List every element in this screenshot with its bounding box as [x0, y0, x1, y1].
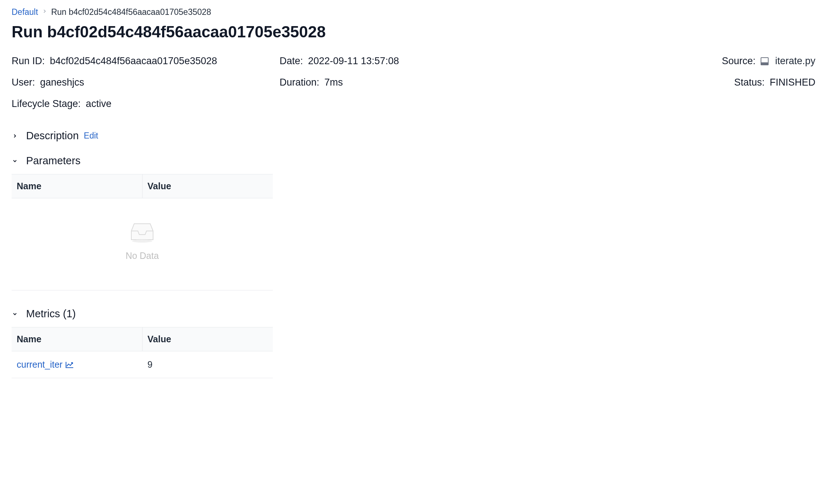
duration-label: Duration: [280, 77, 320, 88]
run-id-value: b4cf02d54c484f56aacaa01705e35028 [50, 55, 217, 67]
parameters-no-data: No Data [12, 198, 273, 290]
metric-name-link[interactable]: current_iter [17, 359, 74, 370]
chart-line-icon [65, 361, 74, 368]
user-value: ganeshjcs [40, 77, 85, 88]
source-label: Source: [722, 55, 756, 67]
date-value: 2022-09-11 13:57:08 [308, 55, 399, 67]
source-field: Source: iterate.py [547, 55, 815, 67]
table-row: current_iter 9 [12, 351, 273, 378]
run-id-field: Run ID: b4cf02d54c484f56aacaa01705e35028 [12, 55, 280, 67]
metrics-section: Metrics (1) Name Value current_iter [12, 308, 815, 378]
laptop-icon [761, 57, 769, 65]
parameters-col-name: Name [12, 174, 142, 198]
chevron-right-icon [42, 8, 48, 16]
run-info-grid: Run ID: b4cf02d54c484f56aacaa01705e35028… [12, 55, 815, 110]
lifecycle-field: Lifecycle Stage: active [12, 98, 280, 110]
user-label: User: [12, 77, 35, 88]
description-title: Description [26, 130, 79, 142]
status-field: Status: FINISHED [547, 77, 815, 88]
lifecycle-label: Lifecycle Stage: [12, 98, 81, 110]
description-edit-link[interactable]: Edit [84, 131, 98, 141]
parameters-table: Name Value [12, 174, 273, 198]
duration-value: 7ms [324, 77, 343, 88]
chevron-down-icon [12, 311, 18, 317]
breadcrumb-current: Run b4cf02d54c484f56aacaa01705e35028 [51, 7, 211, 17]
status-value: FINISHED [770, 77, 815, 88]
metrics-table: Name Value current_iter [12, 327, 273, 378]
parameters-title: Parameters [26, 155, 81, 167]
parameters-header[interactable]: Parameters [12, 155, 815, 167]
status-label: Status: [734, 77, 765, 88]
breadcrumb: Default Run b4cf02d54c484f56aacaa01705e3… [12, 7, 815, 17]
date-field: Date: 2022-09-11 13:57:08 [280, 55, 548, 67]
date-label: Date: [280, 55, 303, 67]
metric-value: 9 [142, 351, 273, 378]
inbox-icon [128, 220, 157, 243]
lifecycle-value: active [86, 98, 112, 110]
description-header[interactable]: Description Edit [12, 130, 815, 142]
source-link[interactable]: iterate.py [775, 55, 815, 67]
chevron-right-icon [12, 133, 18, 139]
user-field: User: ganeshjcs [12, 77, 280, 88]
metrics-title: Metrics (1) [26, 308, 76, 320]
run-id-label: Run ID: [12, 55, 45, 67]
breadcrumb-root-link[interactable]: Default [12, 7, 38, 17]
chevron-down-icon [12, 158, 18, 164]
parameters-section: Parameters Name Value No Data [12, 155, 815, 290]
metrics-col-value: Value [142, 327, 273, 351]
duration-field: Duration: 7ms [280, 77, 548, 88]
metric-name: current_iter [17, 359, 62, 370]
metrics-header[interactable]: Metrics (1) [12, 308, 815, 320]
svg-point-0 [132, 240, 152, 243]
parameters-col-value: Value [142, 174, 273, 198]
description-section: Description Edit [12, 130, 815, 142]
no-data-text: No Data [12, 251, 273, 261]
metrics-col-name: Name [12, 327, 142, 351]
page-title: Run b4cf02d54c484f56aacaa01705e35028 [12, 23, 815, 41]
